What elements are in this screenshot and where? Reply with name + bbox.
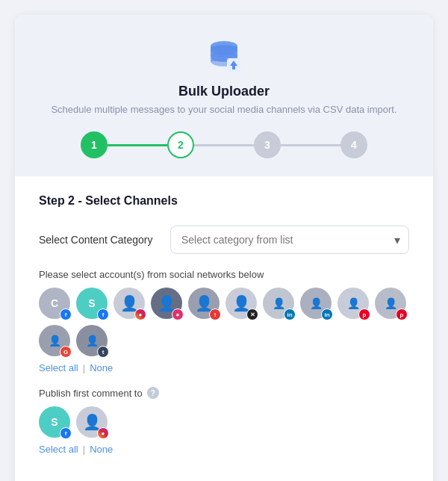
- step-line-1-2: [108, 144, 167, 146]
- publish-select-links: Select all | None: [39, 444, 409, 455]
- step-3[interactable]: 3: [254, 131, 281, 158]
- account-avatar-2[interactable]: S f: [76, 288, 108, 319]
- account-avatar-8[interactable]: 👤 in: [300, 288, 332, 319]
- category-select[interactable]: Select category from list: [170, 226, 409, 254]
- step-4[interactable]: 4: [340, 131, 367, 158]
- instagram-badge: ●: [134, 308, 146, 320]
- page-title: Bulk Uploader: [178, 84, 270, 99]
- bulk-uploader-card: Bulk Uploader Schedule multiple messages…: [15, 15, 433, 481]
- account-avatar-9[interactable]: 👤 p: [337, 288, 369, 319]
- warning-badge: !: [209, 308, 221, 320]
- pinterest-badge: p: [396, 308, 408, 320]
- account-avatar-1[interactable]: C f: [39, 288, 70, 319]
- account-avatar-3[interactable]: 👤 ●: [113, 288, 145, 319]
- header-section: Bulk Uploader Schedule multiple messages…: [15, 15, 433, 176]
- none-accounts-link[interactable]: None: [90, 362, 113, 373]
- facebook-badge: f: [97, 308, 109, 320]
- account-avatar-6[interactable]: 👤 ✕: [225, 288, 257, 319]
- none-publish-link[interactable]: None: [90, 444, 113, 455]
- account-avatar-11[interactable]: 👤 G: [39, 325, 70, 356]
- account-avatar-4[interactable]: 👤 ●: [151, 288, 182, 319]
- divider: |: [83, 362, 85, 373]
- category-select-wrapper: Select category from list ▾: [170, 226, 409, 254]
- publish-avatars-row: S f 👤 ●: [39, 406, 409, 438]
- account-avatar-5[interactable]: 👤 !: [188, 288, 220, 319]
- step-line-3-4: [281, 144, 340, 146]
- divider: |: [83, 444, 85, 455]
- linkedin-badge: in: [284, 308, 296, 320]
- accounts-avatars-row: C f S f 👤 ● 👤 ●: [39, 288, 409, 356]
- accounts-select-links: Select all | None: [39, 362, 409, 373]
- progress-stepper: 1 2 3 4: [81, 131, 367, 158]
- x-badge: ✕: [246, 308, 258, 320]
- account-avatar-10[interactable]: 👤 p: [375, 288, 406, 319]
- category-label: Select Content Category: [39, 234, 158, 246]
- step-1[interactable]: 1: [81, 131, 108, 158]
- account-avatar-7[interactable]: 👤 in: [263, 288, 294, 319]
- facebook-badge: f: [60, 427, 72, 439]
- accounts-label: Please select account(s) from social net…: [39, 269, 409, 280]
- accounts-section: Please select account(s) from social net…: [39, 269, 409, 373]
- select-all-publish-link[interactable]: Select all: [39, 444, 78, 455]
- pinterest-badge: p: [358, 308, 370, 320]
- step-heading: Step 2 - Select Channels: [39, 194, 409, 208]
- step-line-2-3: [194, 144, 254, 146]
- select-all-accounts-link[interactable]: Select all: [39, 362, 78, 373]
- help-icon[interactable]: ?: [147, 387, 159, 399]
- instagram-badge: ●: [172, 308, 184, 320]
- instagram-badge: ●: [97, 427, 109, 439]
- google-badge: G: [60, 346, 72, 358]
- content-section: Step 2 - Select Channels Select Content …: [15, 176, 433, 476]
- account-avatar-12[interactable]: 👤 t: [76, 325, 108, 356]
- facebook-badge: f: [60, 308, 72, 320]
- publish-section: Publish first comment to ? S f 👤 ● Selec…: [39, 387, 409, 455]
- tumblr-badge: t: [97, 346, 109, 358]
- database-upload-icon: [205, 36, 243, 75]
- linkedin-badge: in: [321, 308, 333, 320]
- page-subtitle: Schedule multiple messages to your socia…: [51, 104, 396, 115]
- publish-avatar-1[interactable]: S f: [39, 406, 70, 438]
- publish-label-row: Publish first comment to ?: [39, 387, 409, 399]
- publish-label: Publish first comment to: [39, 388, 143, 399]
- publish-avatar-2[interactable]: 👤 ●: [76, 406, 108, 438]
- step-2[interactable]: 2: [167, 131, 194, 158]
- category-row: Select Content Category Select category …: [39, 226, 409, 254]
